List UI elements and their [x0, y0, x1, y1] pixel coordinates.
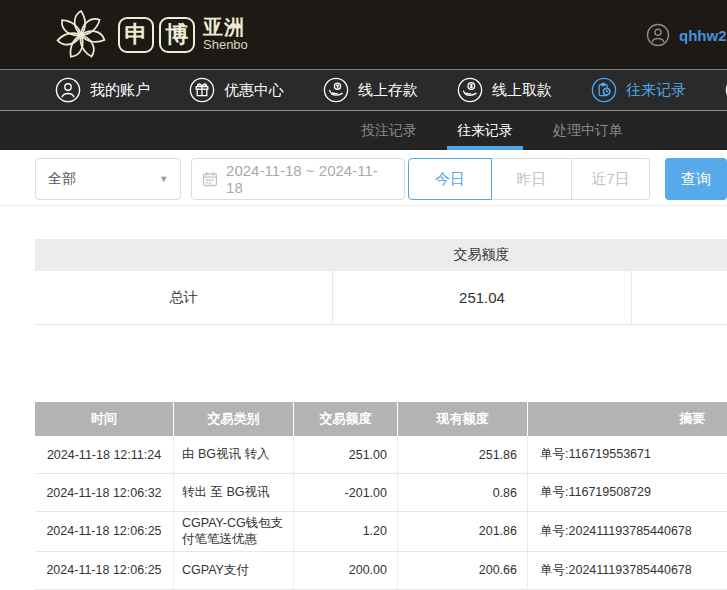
col-header-amount: 交易额度 — [293, 402, 397, 436]
type-select[interactable]: 全部 ▼ — [35, 158, 181, 200]
cell-type: CGPAY支付 — [173, 552, 293, 589]
brand-char-box-1: 申 — [118, 17, 154, 53]
cell-amount: 251.00 — [293, 436, 397, 473]
cell-time: 2024-11-18 12:06:25 — [35, 512, 173, 551]
transaction-table-header: 时间 交易类别 交易额度 现有额度 摘要 — [35, 402, 727, 436]
nav-label: 线上存款 — [358, 81, 418, 100]
cell-memo: 单号:202411193785440678 — [527, 552, 727, 589]
col-header-type: 交易类别 — [173, 402, 293, 436]
cell-balance: 0.86 — [397, 474, 527, 511]
cell-balance: 201.86 — [397, 512, 527, 551]
search-button[interactable]: 查询 — [665, 158, 727, 200]
summary-empty-cell — [631, 271, 727, 324]
user-icon — [55, 77, 81, 103]
cell-type: 由 BG视讯 转入 — [173, 436, 293, 473]
type-select-value: 全部 — [48, 170, 76, 188]
records-tab-bar: 投注记录 往来记录 处理中订单 — [0, 111, 727, 150]
nav-item-my-account[interactable]: 我的账户 — [55, 77, 150, 103]
nav-label: 优惠中心 — [224, 81, 284, 100]
withdraw-icon — [457, 77, 483, 103]
username-text: qhhw2 — [679, 27, 727, 44]
filter-divider — [0, 205, 727, 206]
filter-row: 全部 ▼ 2024-11-18 ~ 2024-11-18 今日 昨日 近7日 查… — [35, 158, 727, 200]
nav-label: 往来记录 — [626, 81, 686, 100]
brand-region-text: 亚洲 — [203, 17, 248, 38]
table-row: 2024-11-18 12:06:32 转出 至 BG视讯 -201.00 0.… — [35, 474, 727, 512]
cell-time: 2024-11-18 12:11:24 — [35, 436, 173, 473]
table-row: 2024-11-18 12:06:25 CGPAY-CG钱包支付笔笔送优惠 1.… — [35, 512, 727, 552]
user-account-link[interactable]: qhhw2 — [646, 0, 727, 70]
cell-memo: 单号:116719553671 — [527, 436, 727, 473]
cell-type: 转出 至 BG视讯 — [173, 474, 293, 511]
summary-header-row: 交易额度 — [35, 239, 727, 271]
quick-date-button-group: 今日 昨日 近7日 — [408, 158, 650, 200]
cell-amount: 200.00 — [293, 552, 397, 589]
last-7-days-button[interactable]: 近7日 — [572, 158, 650, 200]
records-icon — [591, 77, 617, 103]
nav-label: 线上取款 — [492, 81, 552, 100]
table-row: 2024-11-18 12:06:25 CGPAY支付 200.00 200.6… — [35, 552, 727, 590]
cell-balance: 200.66 — [397, 552, 527, 589]
date-range-input[interactable]: 2024-11-18 ~ 2024-11-18 — [191, 158, 405, 200]
cell-amount: -201.00 — [293, 474, 397, 511]
nav-item-deposit[interactable]: 线上存款 — [323, 77, 418, 103]
cell-balance: 251.86 — [397, 436, 527, 473]
user-avatar-icon — [646, 23, 670, 47]
main-nav: 我的账户 优惠中心 线上存款 — [0, 70, 727, 111]
tab-transaction-records[interactable]: 往来记录 — [451, 111, 519, 150]
brand-logo[interactable]: 申 博 亚洲 Shenbo — [54, 8, 248, 62]
col-header-balance: 现有额度 — [397, 402, 527, 436]
summary-header-amount: 交易额度 — [332, 246, 631, 264]
transaction-table: 时间 交易类别 交易额度 现有额度 摘要 2024-11-18 12:11:24… — [35, 402, 727, 590]
brand-char-box-2: 博 — [159, 17, 195, 53]
flower-logo-icon — [54, 8, 108, 62]
today-button[interactable]: 今日 — [408, 158, 492, 200]
yesterday-button[interactable]: 昨日 — [492, 158, 572, 200]
brand-subtitle-text: Shenbo — [203, 38, 248, 52]
nav-label: 我的账户 — [90, 81, 150, 100]
deposit-icon — [323, 77, 349, 103]
summary-total-row: 总计 251.04 — [35, 271, 727, 325]
cell-memo: 单号:202411193785440678 — [527, 512, 727, 551]
nav-item-promotions[interactable]: 优惠中心 — [189, 77, 284, 103]
cell-time: 2024-11-18 12:06:32 — [35, 474, 173, 511]
calendar-icon — [202, 171, 218, 187]
tab-betting-records[interactable]: 投注记录 — [355, 111, 423, 150]
table-row: 2024-11-18 12:11:24 由 BG视讯 转入 251.00 251… — [35, 436, 727, 474]
top-header: 申 博 亚洲 Shenbo qhhw2 — [0, 0, 727, 70]
gift-icon — [189, 77, 215, 103]
nav-item-transaction-records[interactable]: 往来记录 — [591, 77, 686, 103]
date-range-value: 2024-11-18 ~ 2024-11-18 — [226, 162, 394, 196]
col-header-memo: 摘要 — [527, 402, 727, 436]
summary-table: 交易额度 总计 251.04 — [35, 239, 727, 325]
summary-total-amount: 251.04 — [332, 271, 631, 324]
chevron-down-icon: ▼ — [159, 174, 168, 184]
col-header-time: 时间 — [35, 402, 173, 436]
tab-pending-orders[interactable]: 处理中订单 — [547, 111, 629, 150]
cell-type: CGPAY-CG钱包支付笔笔送优惠 — [173, 512, 293, 551]
cell-amount: 1.20 — [293, 512, 397, 551]
nav-item-withdraw[interactable]: 线上取款 — [457, 77, 552, 103]
cell-time: 2024-11-18 12:06:25 — [35, 552, 173, 589]
cell-memo: 单号:116719508729 — [527, 474, 727, 511]
summary-total-label: 总计 — [35, 271, 332, 324]
